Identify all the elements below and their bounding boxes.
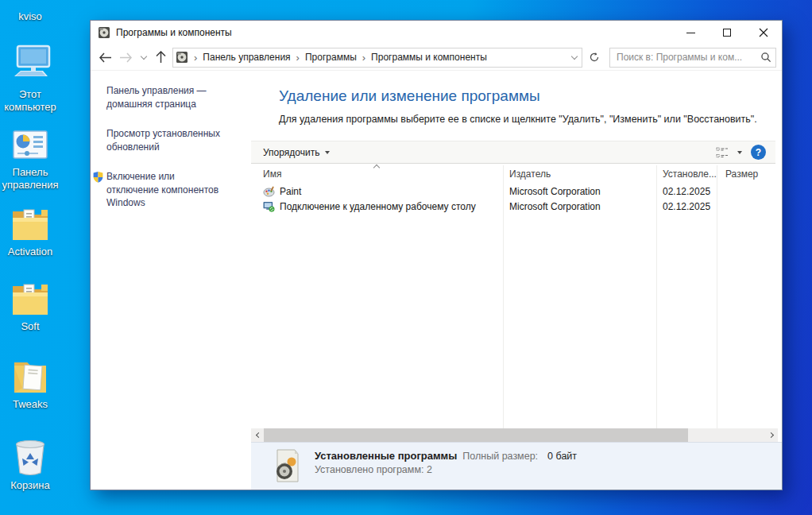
refresh-button[interactable] [585,48,604,68]
desktop-icon-activation[interactable]: Activation [0,205,66,258]
status-size-label: Полный размер: [462,451,538,462]
scroll-right-button[interactable] [765,428,778,442]
chevron-left-icon [255,432,261,438]
program-installed-date: 02.12.2025 [656,201,717,212]
task-control-panel-home[interactable]: Панель управления — домашняя страница [91,84,239,110]
list-header-row: Имя Издатель Установле... Размер [251,164,775,184]
chevron-down-icon [571,52,578,59]
desktop-icon-control-panel[interactable]: Панель управления [0,129,66,192]
breadcrumb-programs-features[interactable]: Программы и компоненты [371,52,487,63]
status-title: Установленные программы [315,450,457,462]
breadcrumb-separator: › [194,52,197,64]
installed-programs-icon [271,447,303,490]
desktop-icon-label: Корзина [10,479,50,492]
status-bar: Установленные программы Полный размер: 0… [251,442,782,490]
page-title: Удаление или изменение программы [279,87,782,105]
column-header-size[interactable]: Размер [717,168,775,180]
desktop-icon-label: Панель управления [0,166,66,192]
column-header-installed[interactable]: Установле... [656,168,717,180]
organize-button[interactable]: Упорядочить [263,147,330,158]
refresh-icon [589,52,600,63]
caret-down-icon [325,151,330,154]
address-dropdown-button[interactable] [572,56,577,59]
search-input[interactable] [610,52,756,63]
desktop-icon-this-pc[interactable]: Этот компьютер [0,45,66,114]
task-label: Панель управления — домашняя страница [106,84,229,110]
programs-and-features-window: Программы и компоненты [90,20,783,490]
back-button[interactable] [96,48,114,67]
program-publisher: Microsoft Corporation [503,201,656,212]
desktop-icon-label: Этот компьютер [0,88,66,114]
desktop-icon-recycle-bin[interactable]: Корзина [0,436,66,492]
program-installed-date: 02.12.2025 [656,186,717,197]
tasks-pane: Панель управления — домашняя страница Пр… [91,71,239,490]
scrollbar-thumb[interactable] [264,428,688,442]
desktop-icon-label: Tweaks [13,398,48,411]
chevron-right-icon [768,432,773,438]
column-divider[interactable] [656,165,657,428]
folder-icon [10,280,51,318]
breadcrumb-programs[interactable]: Программы [305,52,357,63]
program-list: Имя Издатель Установле... Размер Paint [251,164,775,428]
program-name: Paint [280,186,301,197]
search-icon[interactable] [756,52,775,63]
breadcrumb-control-panel[interactable]: Панель управления [203,52,290,63]
close-icon [759,28,768,37]
title-bar[interactable]: Программы и компоненты [91,21,782,45]
back-icon [99,52,112,63]
recent-pages-button[interactable] [137,48,149,67]
program-publisher: Microsoft Corporation [503,186,656,197]
breadcrumb-separator: › [296,52,300,64]
folder-icon [10,205,51,243]
program-name: Подключение к удаленному рабочему столу [280,201,476,212]
column-divider[interactable] [503,165,504,428]
close-button[interactable] [745,21,782,45]
task-label: Просмотр установленных обновлений [106,127,229,153]
desktop-icon-kviso[interactable]: kviso [0,0,66,23]
help-button[interactable]: ? [751,145,766,160]
task-label: Включение или отключение компонентов Win… [106,170,229,210]
view-options-caret-icon[interactable] [737,151,742,154]
page-description: Для удаления программы выберите ее в спи… [279,114,782,125]
column-divider[interactable] [717,165,717,428]
address-bar[interactable]: › Панель управления › Программы › Програ… [172,48,582,68]
table-row[interactable]: Подключение к удаленному рабочему столу … [251,199,775,214]
control-panel-icon [11,129,49,164]
kviso-icon [17,0,44,8]
command-bar: Упорядочить ? [251,141,775,164]
desktop-icon-tweaks[interactable]: Tweaks [0,358,66,411]
desktop-icon-label: Activation [8,246,52,258]
forward-button[interactable] [117,48,135,67]
scroll-left-button[interactable] [251,428,264,442]
column-header-publisher[interactable]: Издатель [503,168,656,180]
task-view-installed-updates[interactable]: Просмотр установленных обновлений [91,127,239,153]
maximize-icon [723,29,731,37]
app-icon [98,26,110,39]
desktop-icon-label: kviso [18,10,42,23]
uac-shield-icon [92,171,104,188]
desktop-icon-soft[interactable]: Soft [0,280,66,333]
forward-icon [119,52,133,63]
address-app-icon [176,51,188,64]
minimize-button[interactable] [672,21,709,45]
folder-with-document-icon [10,358,51,396]
recycle-bin-icon [11,436,49,477]
navigation-bar: › Панель управления › Программы › Програ… [91,45,782,71]
organize-label: Упорядочить [263,147,319,158]
horizontal-scrollbar[interactable] [251,428,778,442]
main-pane: Удаление или изменение программы Для уда… [239,71,782,490]
search-box[interactable] [609,48,776,68]
table-row[interactable]: Paint Microsoft Corporation 02.12.2025 [251,184,775,199]
details-view-button[interactable] [716,147,729,158]
up-icon [156,51,166,64]
paint-app-icon [263,186,275,197]
status-size-value: 0 байт [547,451,577,462]
desktop-icon-label: Soft [21,320,39,333]
this-pc-icon [8,45,52,86]
minimize-icon [686,33,695,33]
task-turn-windows-features[interactable]: Включение или отключение компонентов Win… [91,170,239,210]
maximize-button[interactable] [709,21,745,45]
up-button[interactable] [152,48,170,67]
breadcrumb-separator: › [362,52,365,64]
remote-desktop-app-icon [263,201,275,212]
